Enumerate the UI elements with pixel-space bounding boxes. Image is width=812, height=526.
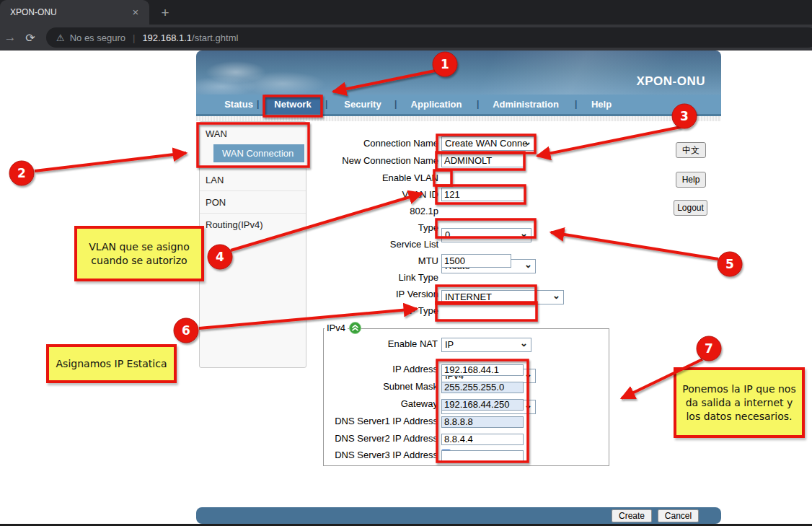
browser-tab-bar: XPON-ONU × + (0, 0, 812, 25)
collapse-icon[interactable] (349, 322, 361, 334)
connection-name-label: Connection Name (245, 136, 438, 151)
browser-tab[interactable]: XPON-ONU × (0, 0, 149, 25)
site-banner: XPON-ONU (196, 51, 721, 95)
arrow-5 (551, 232, 718, 259)
8021p-label: 802.1p (245, 204, 438, 219)
dns2-label: DNS Server2 IP Address (245, 431, 438, 446)
forward-icon[interactable]: → (0, 30, 20, 45)
url-host: 192.168.1.1 (142, 32, 192, 43)
browser-toolbar: → ⟳ ⚠ No es seguro | 192.168.1.1 /start.… (0, 25, 812, 51)
arrow-3 (537, 127, 681, 156)
gateway-label: Gateway (245, 397, 438, 411)
tab-security[interactable]: Security (335, 95, 391, 114)
ip-address-label: IP Address (245, 362, 438, 377)
connection-name-value: Create WAN Conne (445, 138, 527, 149)
new-connection-name-label: New Connection Name (245, 154, 438, 168)
service-list-label: Service List (245, 237, 438, 252)
new-connection-name-input[interactable] (441, 154, 525, 167)
nav-separator: | (325, 95, 327, 114)
nav-separator: | (257, 95, 259, 114)
reload-icon[interactable]: ⟳ (20, 31, 40, 45)
dns1-input[interactable] (441, 416, 524, 428)
note-static-ip: Asignamos IP Estatica (46, 344, 177, 383)
vlan-id-input[interactable] (441, 188, 525, 201)
subnet-mask-input[interactable] (441, 382, 524, 393)
gateway-input[interactable] (441, 399, 524, 411)
content-top-band (196, 116, 721, 121)
tab-title: XPON-ONU (10, 7, 129, 17)
url-bar[interactable]: ⚠ No es seguro | 192.168.1.1 /start.ghtm… (46, 27, 812, 48)
create-button[interactable]: Create (612, 509, 652, 522)
url-path: /start.ghtml (192, 32, 238, 43)
ipv4-legend: IPv4 (325, 323, 348, 333)
logout-button[interactable]: Logout (674, 200, 707, 216)
url-separator: | (133, 32, 135, 43)
step-7: 7 (705, 341, 713, 356)
service-list-select[interactable]: INTERNET (441, 290, 564, 304)
note-vlan: VLAN que se asigno cuando se autorizo (74, 226, 204, 281)
service-list-value: INTERNET (445, 292, 492, 302)
dns3-label: DNS Server3 IP Address (245, 448, 438, 463)
help-button[interactable]: Help (676, 172, 706, 188)
cancel-button[interactable]: Cancel (658, 509, 699, 522)
tab-help[interactable]: Help (586, 95, 617, 114)
8021p-select[interactable]: 0 (441, 228, 531, 242)
dns3-input[interactable] (441, 450, 524, 462)
step-5: 5 (725, 257, 734, 271)
subnet-mask-label: Subnet Mask (245, 380, 438, 394)
mtu-label: MTU (245, 254, 438, 268)
vlan-id-label: VLAN ID (245, 188, 438, 202)
step-6: 6 (182, 323, 190, 338)
dns1-label: DNS Server1 IP Address (245, 414, 438, 429)
arrow-2 (35, 153, 186, 171)
chinese-language-button[interactable]: 中文 (676, 142, 706, 158)
link-type-label: Link Type (245, 271, 438, 285)
mtu-input[interactable] (441, 254, 511, 268)
8021p-value: 0 (445, 229, 450, 240)
warning-icon: ⚠ (56, 32, 65, 43)
connection-name-select[interactable]: Create WAN Conne (441, 136, 535, 151)
type-label: Type (245, 221, 438, 235)
nav-separator: | (575, 95, 577, 114)
tab-status[interactable]: Status (206, 95, 271, 114)
enable-nat-label: Enable NAT (245, 337, 438, 351)
ip-type-label: IP Type (245, 304, 438, 318)
main-nav: Status | Network | Security | Applicatio… (196, 95, 721, 114)
dns2-input[interactable] (441, 434, 524, 445)
nav-separator: | (477, 95, 479, 114)
enable-vlan-label: Enable VLAN (245, 171, 438, 185)
close-icon[interactable]: × (129, 6, 142, 19)
step-2: 2 (17, 166, 26, 180)
ip-address-input[interactable] (441, 364, 524, 376)
tab-application[interactable]: Application (405, 95, 467, 114)
note-internet-ip: Ponemos la IP que nos da salida a intern… (674, 367, 805, 438)
tab-administration[interactable]: Administration (485, 95, 567, 114)
new-tab-icon[interactable]: + (156, 4, 175, 22)
site-title: XPON-ONU (636, 74, 705, 89)
nav-separator: | (394, 95, 397, 114)
tab-network[interactable]: Network (265, 95, 321, 114)
security-warning-label[interactable]: No es seguro (70, 32, 125, 43)
screen: XPON-ONU × + → ⟳ ⚠ No es seguro | 192.16… (0, 0, 812, 526)
ip-version-label: IP Version (245, 287, 438, 302)
highlight-ip-type (436, 302, 537, 320)
